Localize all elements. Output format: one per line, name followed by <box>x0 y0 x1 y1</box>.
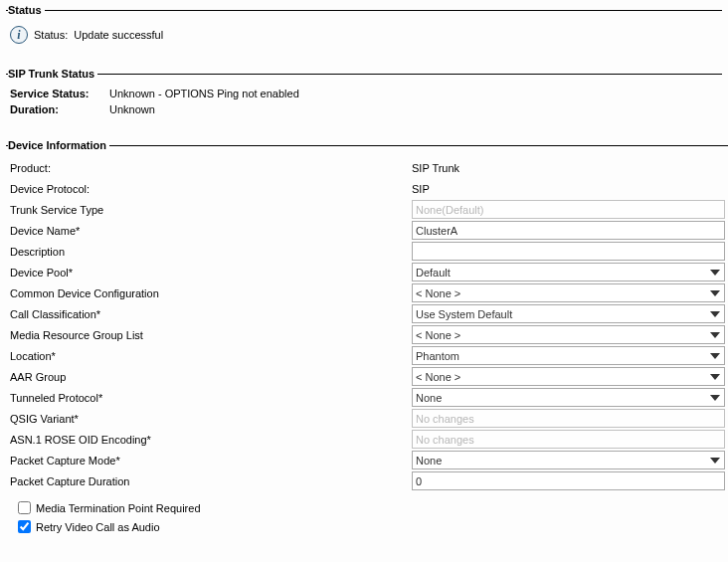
device-pool-select[interactable]: Default <box>412 263 725 281</box>
duration-row: Duration: Unknown <box>6 101 722 117</box>
trunk-service-type-select: None(Default) <box>412 200 725 219</box>
asn1-label: ASN.1 ROSE OID Encoding* <box>10 432 412 448</box>
device-information-legend: Device Information <box>8 139 109 151</box>
status-section: Status i Status: Update successful <box>6 4 722 54</box>
qsig-variant-label: QSIG Variant* <box>10 411 412 427</box>
retry-video-checkbox[interactable] <box>18 520 31 533</box>
description-label: Description <box>10 244 412 260</box>
status-label: Status: <box>34 29 68 41</box>
tunneled-protocol-select[interactable]: None <box>412 388 725 407</box>
packet-capture-mode-label: Packet Capture Mode* <box>10 453 412 468</box>
product-value: SIP Trunk <box>412 160 725 176</box>
duration-value: Unknown <box>105 103 155 115</box>
packet-capture-duration-input[interactable] <box>412 471 725 490</box>
aar-group-label: AAR Group <box>10 369 412 385</box>
device-information-section: Device Information Product: SIP Trunk De… <box>6 139 728 543</box>
trunk-service-type-label: Trunk Service Type <box>10 202 412 218</box>
aar-group-select[interactable]: < None > <box>412 367 725 386</box>
service-status-value: Unknown - OPTIONS Ping not enabled <box>105 88 299 99</box>
info-icon: i <box>10 26 28 44</box>
device-name-label: Device Name* <box>10 223 412 239</box>
service-status-row: Service Status: Unknown - OPTIONS Ping n… <box>6 86 722 101</box>
status-row: i Status: Update successful <box>6 22 722 46</box>
sip-trunk-status-section: SIP Trunk Status Service Status: Unknown… <box>6 68 722 125</box>
retry-video-row: Retry Video Call as Audio <box>6 516 728 535</box>
common-device-config-select[interactable]: < None > <box>412 283 725 302</box>
common-device-config-label: Common Device Configuration <box>10 285 412 301</box>
call-classification-label: Call Classification* <box>10 306 412 322</box>
packet-capture-mode-select[interactable]: None <box>412 451 725 469</box>
device-pool-label: Device Pool* <box>10 265 412 281</box>
packet-capture-duration-label: Packet Capture Duration <box>10 473 412 489</box>
retry-video-label: Retry Video Call as Audio <box>36 521 160 533</box>
tunneled-protocol-label: Tunneled Protocol* <box>10 390 412 406</box>
mrgl-label: Media Resource Group List <box>10 327 412 343</box>
mtp-checkbox[interactable] <box>18 501 31 514</box>
location-select[interactable]: Phantom <box>412 346 725 365</box>
mtp-row: Media Termination Point Required <box>6 497 728 516</box>
device-protocol-label: Device Protocol: <box>10 181 412 197</box>
mrgl-select[interactable]: < None > <box>412 325 725 344</box>
device-protocol-value: SIP <box>412 181 725 197</box>
service-status-label: Service Status: <box>10 88 105 99</box>
product-label: Product: <box>10 160 412 176</box>
mtp-label: Media Termination Point Required <box>36 502 201 514</box>
sip-trunk-status-legend: SIP Trunk Status <box>8 68 97 80</box>
call-classification-select[interactable]: Use System Default <box>412 304 725 323</box>
description-input[interactable] <box>412 242 725 261</box>
device-name-input[interactable] <box>412 221 725 240</box>
qsig-variant-select: No changes <box>412 409 725 428</box>
status-message: Update successful <box>74 29 163 41</box>
location-label: Location* <box>10 348 412 364</box>
asn1-select: No changes <box>412 430 725 449</box>
status-legend: Status <box>8 4 45 16</box>
duration-label: Duration: <box>10 103 105 115</box>
